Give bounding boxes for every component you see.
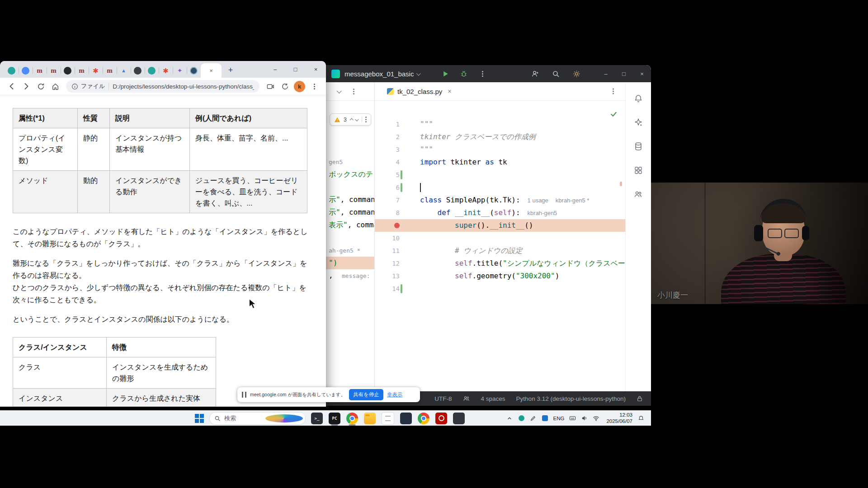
browser-active-tab[interactable]: × bbox=[201, 63, 222, 78]
language-indicator[interactable]: ENG bbox=[553, 416, 565, 421]
browser-tab-4[interactable]: m bbox=[47, 63, 61, 78]
settings-gear-icon[interactable] bbox=[571, 69, 581, 79]
new-tab-button[interactable]: + bbox=[224, 64, 237, 76]
collaboration-icon[interactable] bbox=[633, 189, 644, 200]
next-problem-icon[interactable] bbox=[355, 117, 359, 121]
taskbar-search[interactable]: 検索 bbox=[209, 412, 306, 425]
start-button[interactable] bbox=[195, 414, 204, 423]
browser-tab-9[interactable]: ▲ bbox=[117, 63, 131, 78]
gutter bbox=[374, 219, 406, 232]
ide-minimize-button[interactable]: – bbox=[597, 65, 615, 82]
profile-avatar[interactable]: k bbox=[294, 81, 305, 92]
taskbar-clock[interactable]: 12:03 2025/06/07 bbox=[606, 412, 632, 424]
browser-tab-5[interactable] bbox=[61, 63, 75, 78]
browser-tab-3[interactable]: m bbox=[33, 63, 47, 78]
inspection-menu-icon[interactable] bbox=[365, 119, 367, 120]
browser-tab-13[interactable]: ✦ bbox=[173, 63, 187, 78]
taskbar-app-document-app[interactable] bbox=[382, 412, 394, 425]
code-text: tkinter クラスベースでの作成例 bbox=[406, 131, 626, 143]
database-icon[interactable] bbox=[633, 141, 644, 152]
forward-icon[interactable] bbox=[19, 79, 33, 94]
taskbar-app-terminal[interactable]: >_ bbox=[311, 413, 323, 424]
notifications-icon[interactable] bbox=[637, 414, 645, 422]
browser-minimize-button[interactable]: – bbox=[265, 61, 285, 78]
status-indent[interactable]: 4 spaces bbox=[481, 395, 505, 402]
notifications-icon[interactable] bbox=[633, 93, 644, 104]
taskbar-app-explorer[interactable] bbox=[364, 413, 376, 424]
more-actions-icon[interactable] bbox=[477, 69, 487, 79]
browser-menu-icon[interactable] bbox=[307, 79, 321, 94]
ide-close-button[interactable]: × bbox=[633, 65, 651, 82]
ai-assistant-icon[interactable] bbox=[633, 117, 644, 128]
debug-button[interactable] bbox=[459, 69, 469, 79]
screen: messagebox_01_basic bbox=[0, 0, 868, 488]
left-tabstrip-menu-icon[interactable] bbox=[353, 91, 354, 92]
code-with-me-icon[interactable] bbox=[530, 69, 540, 79]
line-number: 8 bbox=[396, 209, 400, 216]
tab-close-icon[interactable]: × bbox=[448, 88, 451, 95]
plugins-icon[interactable] bbox=[633, 165, 644, 176]
taskbar-app-chrome[interactable] bbox=[346, 413, 358, 424]
tab-close-icon[interactable]: × bbox=[209, 67, 213, 74]
browser-tab-6[interactable]: m bbox=[75, 63, 89, 78]
site-teal-favicon bbox=[8, 67, 15, 75]
inspection-widget[interactable]: 3 bbox=[330, 113, 371, 126]
browser-tab-8[interactable]: m bbox=[103, 63, 117, 78]
pen-icon[interactable] bbox=[529, 414, 537, 422]
share-message: meet.google.com が画面を共有しています。 bbox=[250, 392, 345, 398]
code-editor[interactable]: 1"""2tkinter クラスベースでの作成例3"""4import tkin… bbox=[374, 118, 626, 298]
browser-tab-12[interactable]: ✱ bbox=[159, 63, 173, 78]
wifi-icon[interactable] bbox=[592, 414, 600, 422]
browser-close-button[interactable]: × bbox=[306, 61, 326, 78]
run-button[interactable] bbox=[440, 69, 450, 79]
back-icon[interactable] bbox=[5, 79, 19, 94]
editor-tab-tk-02-class[interactable]: tk_02_class.py × bbox=[382, 82, 456, 100]
editor-split-divider[interactable] bbox=[374, 82, 375, 391]
search-everywhere-icon[interactable] bbox=[551, 69, 561, 79]
moodle-1-favicon: m bbox=[36, 67, 43, 75]
blue-app-icon[interactable] bbox=[541, 414, 549, 422]
status-encoding[interactable]: UTF-8 bbox=[434, 395, 452, 402]
browser-tab-14[interactable] bbox=[187, 63, 201, 78]
tabstrip-menu-icon[interactable] bbox=[613, 91, 614, 92]
gutter: 4 bbox=[374, 156, 406, 169]
left-editor-fragment-2: ボックスのテ bbox=[326, 168, 374, 181]
volume-icon[interactable] bbox=[580, 414, 588, 422]
stop-sharing-button[interactable]: 共有を停止 bbox=[349, 389, 383, 400]
status-lock-icon[interactable] bbox=[637, 395, 643, 402]
clock-time: 12:03 bbox=[606, 412, 632, 418]
status-share-icon[interactable] bbox=[463, 395, 470, 402]
taskbar-app-navy-app[interactable] bbox=[400, 413, 412, 424]
inspections-ok-icon[interactable] bbox=[610, 110, 618, 120]
browser-tab-7[interactable]: ✱ bbox=[89, 63, 103, 78]
hide-share-bar-link[interactable]: 非表示 bbox=[387, 391, 403, 398]
browser-tab-10[interactable] bbox=[131, 63, 145, 78]
breakpoint-dot[interactable] bbox=[394, 223, 400, 228]
person-torso bbox=[721, 254, 846, 304]
code-text bbox=[406, 181, 626, 194]
browser-tab-1[interactable] bbox=[5, 63, 19, 78]
table-row: インスタンスクラスから生成された実体 bbox=[13, 389, 216, 407]
taskbar-app-dark-app[interactable] bbox=[453, 413, 465, 424]
reload-icon[interactable] bbox=[33, 79, 48, 94]
browser-maximize-button[interactable]: □ bbox=[285, 61, 306, 78]
shield-icon[interactable] bbox=[518, 414, 525, 422]
home-icon[interactable] bbox=[48, 79, 62, 94]
hidden-tabs-chevron-icon[interactable] bbox=[337, 89, 342, 94]
taskbar-app-browser-2[interactable] bbox=[418, 413, 429, 424]
taskbar-app-pycharm[interactable]: PC bbox=[329, 413, 340, 424]
ide-maximize-button[interactable]: □ bbox=[615, 65, 633, 82]
address-bar[interactable]: ファイル D:/projects/lessons/desktop-ui-less… bbox=[66, 80, 259, 93]
chevron-up-icon[interactable] bbox=[506, 414, 514, 422]
browser-tab-2[interactable] bbox=[19, 63, 33, 78]
keyboard-icon[interactable] bbox=[569, 414, 576, 422]
browser-tab-11[interactable] bbox=[145, 63, 159, 78]
info-icon[interactable] bbox=[71, 83, 78, 90]
screen-capture-icon[interactable] bbox=[263, 79, 278, 94]
taskbar-app-acrobat[interactable] bbox=[435, 413, 447, 424]
previous-problem-icon[interactable] bbox=[349, 118, 353, 122]
extensions-icon[interactable] bbox=[278, 79, 292, 94]
line-number: 13 bbox=[392, 272, 400, 280]
status-interpreter[interactable]: Python 3.12 (desktop-ui-lessons-python) bbox=[516, 395, 626, 402]
project-selector[interactable]: messagebox_01_basic bbox=[344, 70, 420, 78]
